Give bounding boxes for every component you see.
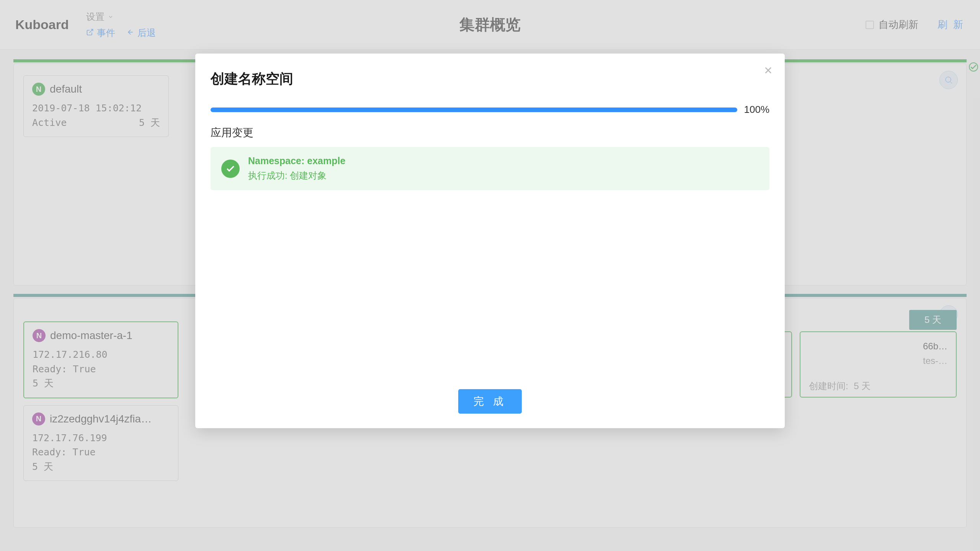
create-namespace-modal: ✕ 创建名称空间 100% 应用变更 Namespace: example 执行… [195, 54, 785, 428]
close-icon: ✕ [764, 65, 773, 77]
success-icon [221, 160, 240, 178]
apply-changes-label: 应用变更 [211, 126, 769, 140]
result-title: Namespace: example [248, 155, 345, 166]
progress-bar [211, 108, 737, 112]
progress-label: 100% [744, 104, 770, 116]
close-button[interactable]: ✕ [764, 64, 773, 77]
modal-title: 创建名称空间 [211, 70, 769, 88]
done-button[interactable]: 完 成 [458, 389, 522, 414]
result-box: Namespace: example 执行成功: 创建对象 [211, 147, 769, 190]
result-subtitle: 执行成功: 创建对象 [248, 170, 345, 182]
modal-overlay: ✕ 创建名称空间 100% 应用变更 Namespace: example 执行… [0, 0, 980, 551]
